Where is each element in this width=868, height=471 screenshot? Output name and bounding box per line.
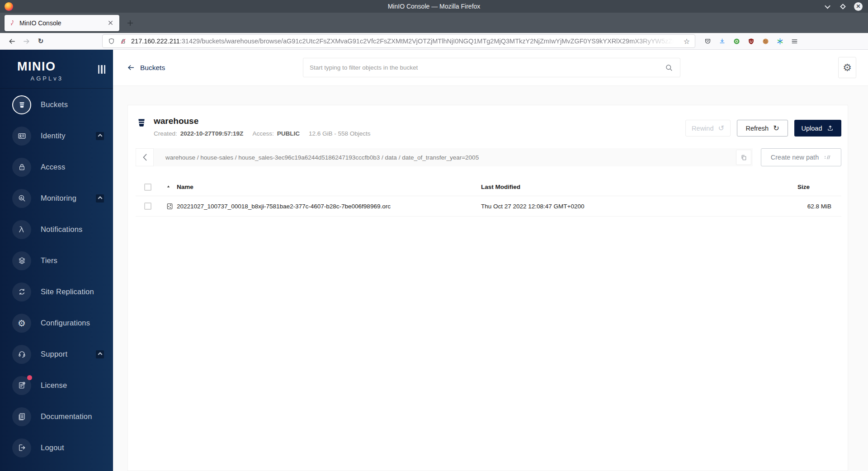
upload-button[interactable]: Upload [794, 120, 841, 137]
minio-logo: MINIO AGPLv3 [17, 60, 63, 82]
cookie-icon[interactable] [762, 38, 769, 45]
column-header-name[interactable]: Name [177, 184, 193, 190]
content-area: Buckets ⚙ [113, 50, 868, 471]
settings-button[interactable]: ⚙ [838, 57, 856, 78]
sidebar-item-notifications[interactable]: Notifications [0, 214, 113, 245]
sidebar-item-tiers[interactable]: Tiers [0, 245, 113, 276]
access-value: PUBLIC [277, 130, 300, 137]
table-header-row: Name Last Modified Size [136, 178, 841, 196]
url-bar[interactable]: 217.160.222.211:31429/buckets/warehouse/… [102, 34, 695, 48]
bookmark-star-icon[interactable]: ☆ [684, 37, 690, 46]
access-label: Access: [252, 130, 274, 137]
breadcrumb-path: warehouse / house-sales / house_sales-3e… [154, 154, 736, 161]
rewind-icon: ↺ [718, 125, 724, 132]
sidebar-item-logout[interactable]: Logout [0, 432, 113, 463]
object-name: 20221027_100737_00018_b8xji-7581bae2-377… [177, 203, 391, 210]
object-file-icon [166, 203, 174, 210]
create-new-path-button[interactable]: Create new path [761, 148, 841, 166]
tab-close-icon[interactable] [105, 18, 115, 28]
created-value: 2022-10-27T09:57:19Z [180, 130, 244, 137]
object-row[interactable]: 20221027_100737_00018_b8xji-7581bae2-377… [136, 196, 841, 217]
column-header-modified[interactable]: Last Modified [481, 184, 764, 190]
chevron-up-icon[interactable] [96, 132, 104, 140]
browser-tab[interactable]: MinIO Console [5, 15, 119, 31]
column-header-size[interactable]: Size [764, 184, 841, 190]
insecure-lock-icon[interactable] [119, 38, 127, 45]
lambda-icon [12, 220, 31, 239]
downloads-icon[interactable] [718, 38, 726, 45]
object-filter-searchbox [303, 58, 680, 77]
sidebar: MINIO AGPLv3 Buckets Identity [0, 50, 113, 471]
extension-green-icon[interactable] [733, 38, 741, 45]
select-all-checkbox[interactable] [144, 184, 151, 191]
window-titlebar: MinIO Console — Mozilla Firefox ✕ [0, 0, 868, 13]
bucket-header: warehouse Created: 2022-10-27T09:57:19Z … [136, 116, 841, 137]
bucket-icon [136, 116, 147, 129]
maximize-button[interactable] [839, 2, 847, 10]
tab-bar: MinIO Console [0, 13, 868, 33]
chevron-up-icon[interactable] [96, 194, 104, 203]
toolbar-extensions [704, 38, 798, 45]
created-label: Created: [154, 130, 177, 137]
license-alert-badge [27, 375, 32, 380]
breadcrumb-back-button[interactable] [136, 148, 154, 166]
bucket-title: warehouse [154, 116, 370, 126]
pocket-icon[interactable] [704, 38, 712, 45]
lock-icon [12, 158, 31, 177]
minimize-button[interactable] [823, 2, 831, 10]
sidebar-item-configurations[interactable]: ⚙ Configurations [0, 307, 113, 339]
sidebar-menu: Buckets Identity Access [0, 88, 113, 463]
page-body: warehouse Created: 2022-10-27T09:57:19Z … [113, 86, 868, 471]
sidebar-item-monitoring[interactable]: Monitoring [0, 183, 113, 214]
refresh-button[interactable]: Refresh ↻ [737, 120, 788, 137]
headset-icon [12, 345, 31, 364]
search-icon [665, 63, 674, 72]
refresh-icon: ↻ [773, 125, 779, 132]
object-last-modified: Thu Oct 27 2022 12:08:47 GMT+0200 [481, 203, 764, 210]
monitoring-search-icon [12, 189, 31, 208]
window-controls: ✕ [823, 2, 868, 11]
navigation-toolbar: ↻ 217.160.222.211:31429/buckets/warehous… [0, 33, 868, 50]
chevron-up-icon[interactable] [96, 350, 104, 358]
reload-button[interactable]: ↻ [33, 35, 48, 48]
chevron-left-icon [142, 153, 148, 161]
breadcrumb-bar: warehouse / house-sales / house_sales-3e… [136, 148, 753, 166]
documentation-book-icon [12, 407, 31, 426]
sidebar-item-access[interactable]: Access [0, 151, 113, 183]
minio-favicon-icon [9, 19, 15, 26]
sidebar-item-buckets[interactable]: Buckets [0, 89, 113, 120]
multi-account-asterisk-icon[interactable] [776, 38, 784, 45]
close-button[interactable]: ✕ [854, 2, 863, 11]
shield-icon[interactable] [108, 38, 115, 45]
content-header: Buckets ⚙ [113, 50, 868, 86]
back-button[interactable] [5, 35, 19, 48]
sidebar-item-site-replication[interactable]: Site Replication [0, 276, 113, 307]
menu-hamburger-icon[interactable] [791, 38, 798, 45]
gear-icon: ⚙ [12, 314, 31, 333]
new-tab-button[interactable] [123, 16, 137, 30]
url-text: 217.160.222.211:31429/buckets/warehouse/… [131, 38, 679, 45]
bucket-browser-card: warehouse Created: 2022-10-27T09:57:19Z … [127, 105, 848, 471]
tiers-layers-icon [12, 251, 31, 270]
copy-path-button[interactable] [736, 150, 751, 165]
sidebar-item-identity[interactable]: Identity [0, 120, 113, 151]
breadcrumb-row: warehouse / house-sales / house_sales-3e… [136, 148, 841, 166]
sidebar-collapse-icon[interactable] [98, 65, 106, 74]
arrow-left-icon [127, 63, 135, 72]
sort-asc-icon[interactable] [166, 184, 171, 189]
ublock-shield-icon[interactable] [747, 38, 755, 45]
search-input[interactable] [310, 64, 665, 71]
row-checkbox[interactable] [144, 203, 151, 210]
rewind-button[interactable]: Rewind ↺ [685, 120, 731, 137]
new-path-icon [823, 153, 831, 161]
back-to-buckets-link[interactable]: Buckets [127, 63, 165, 72]
license-document-icon [12, 376, 31, 395]
sidebar-item-license[interactable]: License [0, 370, 113, 401]
upload-icon [826, 124, 834, 132]
sidebar-item-support[interactable]: Support [0, 339, 113, 370]
sidebar-item-documentation[interactable]: Documentation [0, 401, 113, 432]
copy-icon [740, 154, 748, 161]
main-area: MINIO AGPLv3 Buckets Identity [0, 50, 868, 471]
forward-button[interactable] [19, 35, 33, 48]
license-type-label: AGPLv3 [17, 75, 63, 82]
